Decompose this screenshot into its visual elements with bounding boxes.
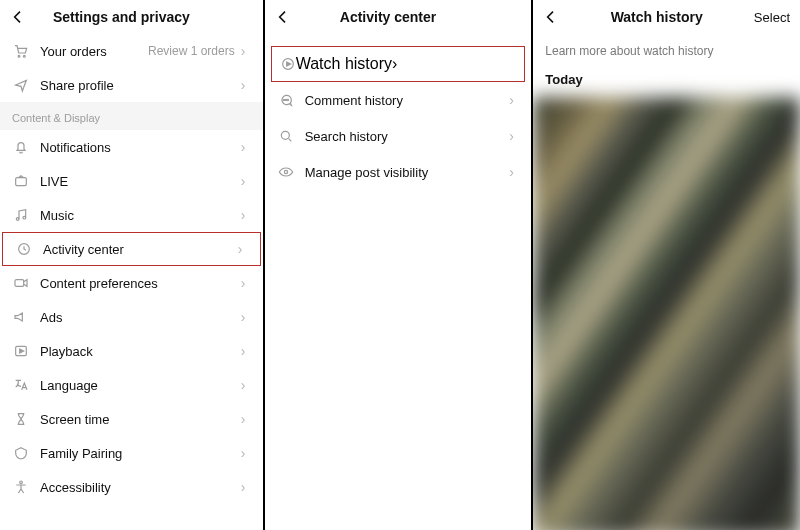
chevron-right-icon: › xyxy=(238,242,248,256)
chevron-right-icon: › xyxy=(241,378,251,392)
activity-list: Watch history › Comment history › Search… xyxy=(265,34,532,190)
row-label: Comment history xyxy=(305,93,510,108)
accessibility-icon xyxy=(12,478,30,496)
bell-icon xyxy=(12,138,30,156)
row-label: Notifications xyxy=(40,140,241,155)
arrow-left-icon xyxy=(275,9,291,25)
back-button[interactable] xyxy=(10,9,32,25)
svg-point-12 xyxy=(287,99,288,100)
today-header: Today xyxy=(533,66,800,97)
page-title: Watch history xyxy=(565,9,748,25)
accessibility-row[interactable]: Accessibility › xyxy=(0,470,263,504)
svg-rect-2 xyxy=(16,178,27,186)
back-button[interactable] xyxy=(543,9,565,25)
row-label: Family Pairing xyxy=(40,446,241,461)
chevron-right-icon: › xyxy=(241,344,251,358)
search-history-row[interactable]: Search history › xyxy=(265,118,532,154)
select-button[interactable]: Select xyxy=(748,10,790,25)
header: Settings and privacy . xyxy=(0,0,263,34)
music-row[interactable]: Music › xyxy=(0,198,263,232)
chevron-right-icon: › xyxy=(509,129,519,143)
search-icon xyxy=(277,127,295,145)
family-icon xyxy=(12,444,30,462)
row-label: Share profile xyxy=(40,78,241,93)
hourglass-icon xyxy=(12,410,30,428)
arrow-left-icon xyxy=(10,9,26,25)
header: Activity center . xyxy=(265,0,532,34)
orders-icon xyxy=(12,42,30,60)
svg-rect-6 xyxy=(15,280,24,287)
play-icon xyxy=(12,342,30,360)
row-label: Search history xyxy=(305,129,510,144)
top-group: Your orders Review 1 orders › Share prof… xyxy=(0,34,263,102)
row-label: Music xyxy=(40,208,241,223)
playcircle-icon xyxy=(280,56,296,72)
live-icon xyxy=(12,172,30,190)
music-icon xyxy=(12,206,30,224)
row-label: Manage post visibility xyxy=(305,165,510,180)
section-header: Content & Display xyxy=(0,102,263,130)
lang-icon xyxy=(12,376,30,394)
clock-icon xyxy=(15,240,33,258)
language-row[interactable]: Language › xyxy=(0,368,263,402)
row-label: Content preferences xyxy=(40,276,241,291)
activity-center-pane: Activity center . Watch history › Commen… xyxy=(265,0,532,530)
chevron-right-icon: › xyxy=(392,55,397,73)
eye-icon xyxy=(277,163,295,181)
row-aux: Review 1 orders xyxy=(148,44,235,58)
svg-point-3 xyxy=(16,218,19,221)
watch-history-row[interactable]: Watch history › xyxy=(271,46,526,82)
row-label: Screen time xyxy=(40,412,241,427)
chevron-right-icon: › xyxy=(241,140,251,154)
video-icon xyxy=(12,274,30,292)
chevron-right-icon: › xyxy=(241,480,251,494)
back-button[interactable] xyxy=(275,9,297,25)
screen-time-row[interactable]: Screen time › xyxy=(0,402,263,436)
header: Watch history Select xyxy=(533,0,800,34)
manage-post-visibility-row[interactable]: Manage post visibility › xyxy=(265,154,532,190)
share-profile-row[interactable]: Share profile › xyxy=(0,68,263,102)
row-label: Activity center xyxy=(43,242,238,257)
watch-history-grid[interactable] xyxy=(533,97,800,530)
chevron-right-icon: › xyxy=(241,174,251,188)
chevron-right-icon: › xyxy=(509,93,519,107)
row-label: Playback xyxy=(40,344,241,359)
svg-point-8 xyxy=(20,481,23,484)
family-pairing-row[interactable]: Family Pairing › xyxy=(0,436,263,470)
content-preferences-row[interactable]: Content preferences › xyxy=(0,266,263,300)
arrow-left-icon xyxy=(543,9,559,25)
your-orders-row[interactable]: Your orders Review 1 orders › xyxy=(0,34,263,68)
row-label: LIVE xyxy=(40,174,241,189)
svg-point-1 xyxy=(23,55,25,57)
chevron-right-icon: › xyxy=(241,208,251,222)
page-title: Activity center xyxy=(297,9,480,25)
settings-pane: Settings and privacy . Your orders Revie… xyxy=(0,0,263,530)
activity-center-row[interactable]: Activity center › xyxy=(2,232,261,266)
svg-point-4 xyxy=(23,216,26,219)
content-display-group: Notifications › LIVE › Music › Activity … xyxy=(0,130,263,504)
watch-history-pane: Watch history Select Learn more about wa… xyxy=(533,0,800,530)
row-label: Language xyxy=(40,378,241,393)
chevron-right-icon: › xyxy=(241,44,251,58)
playback-row[interactable]: Playback › xyxy=(0,334,263,368)
learn-more-link[interactable]: Learn more about watch history xyxy=(533,34,800,66)
live-row[interactable]: LIVE › xyxy=(0,164,263,198)
svg-point-10 xyxy=(283,99,284,100)
ads-icon xyxy=(12,308,30,326)
chevron-right-icon: › xyxy=(241,78,251,92)
chevron-right-icon: › xyxy=(241,446,251,460)
comment-history-row[interactable]: Comment history › xyxy=(265,82,532,118)
ads-row[interactable]: Ads › xyxy=(0,300,263,334)
svg-point-13 xyxy=(281,131,289,139)
chevron-right-icon: › xyxy=(509,165,519,179)
svg-point-0 xyxy=(18,55,20,57)
row-label: Ads xyxy=(40,310,241,325)
share-icon xyxy=(12,76,30,94)
chevron-right-icon: › xyxy=(241,412,251,426)
row-label: Watch history xyxy=(296,55,392,73)
notifications-row[interactable]: Notifications › xyxy=(0,130,263,164)
chevron-right-icon: › xyxy=(241,310,251,324)
page-title: Settings and privacy xyxy=(32,9,211,25)
row-label: Your orders xyxy=(40,44,148,59)
row-label: Accessibility xyxy=(40,480,241,495)
